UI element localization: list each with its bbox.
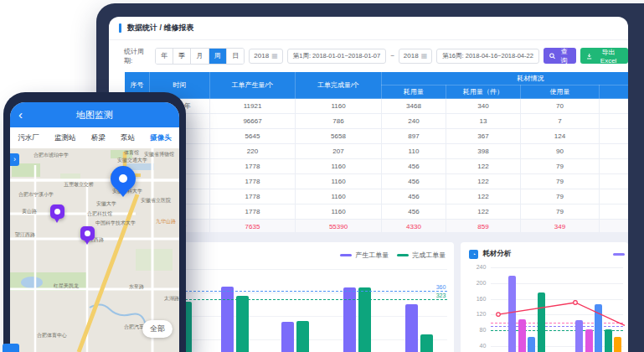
start-year-select[interactable]: 2018 ▦ (249, 49, 282, 64)
dashboard-content: 数据统计 / 维修报表 统计周期: 年季月周日 2018 ▦ 第1周: 2018… (109, 17, 628, 352)
map-label: 体育馆 (124, 149, 139, 156)
tab-泵站[interactable]: 泵站 (121, 133, 135, 143)
table-cell: 13 (446, 114, 521, 129)
table-cell: 70 (521, 99, 600, 114)
tab-污水厂[interactable]: 污水厂 (18, 133, 39, 143)
table-cell: 122 (446, 159, 521, 174)
table-cell: 67 (600, 204, 629, 220)
map-view[interactable]: 合肥市琥珀中学体育馆安徽交通大学安徽省博物馆五里墩立交桥安徽医科大学合肥市宁溪小… (10, 148, 179, 352)
period-option-季[interactable]: 季 (173, 49, 191, 64)
bar (221, 287, 234, 352)
camera-pin[interactable] (50, 204, 64, 219)
location-pin[interactable] (111, 166, 136, 191)
map-label: 合肥体育中心 (37, 332, 67, 339)
table-cell: 456 (382, 159, 446, 174)
table-cell: 207 (296, 144, 382, 159)
table-cell: 250 (600, 99, 629, 114)
table-cell: 110 (382, 144, 446, 159)
table-cell: 122 (446, 174, 521, 189)
map-label: 合肥市琥珀中学 (33, 152, 69, 158)
end-week-input[interactable]: 第16周: 2018-04-16~2018-04-22 (436, 49, 539, 64)
bar (405, 304, 418, 352)
table-cell: 79 (521, 189, 600, 204)
all-filter-button[interactable]: 全部 (142, 320, 173, 338)
table-cell: 1160 (296, 204, 382, 220)
camera-pin[interactable] (80, 226, 95, 241)
table-cell: 129 (600, 129, 629, 144)
export-excel-button[interactable]: 导出Excel (580, 48, 628, 64)
table-row: 2202071103989019 (125, 144, 629, 159)
start-week-value: 第1周: 2018-01-01~2018-01-07 (293, 52, 380, 60)
phone-tab-bar: 污水厂监测站桥梁泵站摄像头 (10, 127, 179, 148)
table-cell: 122 (446, 204, 521, 220)
map-label: 望江西路 (14, 231, 35, 238)
legend-swatch (340, 254, 352, 256)
phone-page-title: 地图监测 (76, 109, 113, 122)
table-cell: 5658 (296, 129, 382, 144)
period-option-周[interactable]: 周 (209, 49, 227, 64)
table-cell: 340 (446, 99, 521, 114)
phone-mockup: ‹ 地图监测 污水厂监测站桥梁泵站摄像头 (3, 92, 186, 352)
table-cell: 3468 (382, 99, 446, 114)
table-cell: 122 (446, 189, 521, 204)
end-week-value: 第16周: 2018-04-16~2018-04-22 (442, 52, 533, 60)
table-cell: 1778 (210, 159, 296, 174)
map-expand-chip[interactable]: › (10, 153, 19, 166)
legend-item[interactable]: 完成工单量 (397, 251, 446, 260)
calendar-icon: ▦ (421, 52, 428, 60)
end-year-value: 2018 (404, 52, 419, 60)
map-control-chip[interactable] (3, 344, 19, 352)
table-cell: 398 (446, 144, 521, 159)
map-label: 红星美凯龙 (53, 282, 79, 289)
table-cell: 456 (382, 189, 446, 204)
table-cell: 11921 (210, 99, 296, 114)
bar (236, 296, 249, 352)
chart-legend: 产生工单量完成工单量 (340, 251, 446, 260)
table-cell: 67 (600, 174, 629, 189)
map-label: 太湖路 (164, 296, 179, 302)
period-option-日[interactable]: 日 (227, 49, 244, 64)
screenshot-stage: 数据统计 / 维修报表 统计周期: 年季月周日 2018 ▦ 第1周: 2018… (0, 0, 644, 352)
table-cell: 67 (600, 189, 629, 204)
map-label: 中国科学技术大学 (95, 220, 136, 226)
table-cell: 90 (521, 144, 600, 159)
tab-摄像头[interactable]: 摄像头 (150, 133, 172, 143)
table-cell: 367 (446, 129, 521, 144)
back-chevron-icon[interactable]: ‹ (18, 108, 23, 121)
period-option-年[interactable]: 年 (156, 49, 173, 64)
table-cell: 1778 (210, 174, 296, 189)
breadcrumb: 数据统计 / 维修报表 (127, 23, 194, 34)
bar (343, 287, 356, 352)
table-row: 177811604561227967 (125, 159, 629, 174)
end-year-select[interactable]: 2018 ▦ (399, 49, 432, 64)
download-icon (586, 53, 592, 60)
query-button[interactable]: 查询 (544, 48, 576, 64)
table-row: 96667786240137690 (125, 114, 629, 129)
table-cell: 690 (600, 114, 629, 129)
table-cell: 1778 (210, 204, 296, 220)
map-label: 安徽省博物馆 (144, 151, 174, 158)
table-cell: 240 (382, 114, 446, 129)
average-line-label: 323 (436, 292, 446, 298)
table-cell: 456 (382, 204, 446, 220)
table-cell: 7 (521, 114, 600, 129)
calendar-icon: ▦ (271, 52, 278, 60)
charts-area: 产生工单量完成工单量 360323 ◔ 耗材分析 240200160120804… (109, 232, 628, 352)
table-cell: 1160 (296, 189, 382, 204)
table-row: 177811604561227967 (125, 204, 629, 220)
search-icon (549, 53, 555, 60)
table-cell: 19 (600, 144, 629, 159)
start-week-input[interactable]: 第1周: 2018-01-01~2018-01-07 (287, 49, 386, 64)
legend-label: 产生工单量 (355, 251, 389, 260)
breadcrumb-accent-bar (119, 23, 121, 33)
table-row: 177811604561227967 (125, 174, 629, 189)
period-option-月[interactable]: 月 (191, 49, 209, 64)
col-header: 工单完成量/个 (296, 72, 382, 99)
map-label: 东至路 (129, 283, 144, 290)
legend-item[interactable]: 产生工单量 (340, 251, 389, 260)
tab-桥梁[interactable]: 桥梁 (91, 133, 106, 143)
table-cell: 79 (521, 174, 600, 189)
bar (358, 287, 371, 352)
range-separator: ~ (390, 52, 394, 60)
tab-监测站[interactable]: 监测站 (54, 133, 76, 143)
